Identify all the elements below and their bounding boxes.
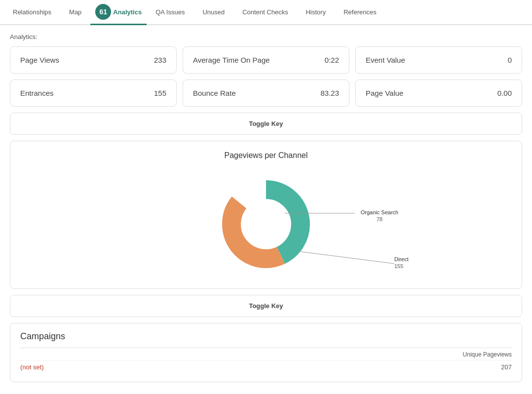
stat-entrances-value: 155 [154,89,166,97]
donut-svg: Organic Search 78 Direct 155 [212,170,320,278]
stat-avg-time-label: Average Time On Page [193,56,270,64]
tab-relationships[interactable]: Relationships [4,2,60,23]
stat-event-value: Event Value 0 [355,46,522,74]
organic-search-label: Organic Search [361,209,398,215]
tab-map[interactable]: Map [60,2,90,23]
campaigns-header: Unique Pageviews [20,348,512,360]
stat-avg-time: Average Time On Page 0:22 [183,46,349,74]
campaigns-header-label: Unique Pageviews [463,351,512,358]
toggle-key-button-2[interactable]: Toggle Key [10,295,522,317]
stat-page-value-label: Page Value [366,89,403,97]
stat-bounce-rate-value: 83.23 [320,89,339,97]
campaigns-row-value: 207 [501,363,512,371]
tab-analytics[interactable]: 61 Analytics [90,0,147,25]
stat-page-value-value: 0.00 [497,89,512,97]
stat-page-views-value: 233 [154,56,166,64]
stat-bounce-rate-label: Bounce Rate [193,89,236,97]
tab-analytics-label: Analytics [113,8,142,16]
direct-value: 155 [394,263,403,269]
direct-label: Direct [394,256,409,262]
analytics-content: Analytics: Page Views 233 Average Time O… [0,25,532,390]
stat-avg-time-value: 0:22 [325,56,339,64]
direct-line [298,251,394,264]
campaigns-row-label: (not set) [20,363,44,371]
tab-qa-issues[interactable]: QA Issues [147,2,193,23]
tab-unused[interactable]: Unused [193,2,233,23]
tab-references[interactable]: References [335,2,385,23]
analytics-section-label: Analytics: [10,33,522,40]
stat-page-views-label: Page Views [20,56,59,64]
campaigns-row: (not set) 207 [20,360,512,374]
stat-page-views: Page Views 233 [10,46,177,74]
analytics-badge: 61 [95,4,111,20]
tab-bar: Relationships Map 61 Analytics QA Issues… [0,0,532,25]
stats-row-1: Page Views 233 Average Time On Page 0:22… [10,46,522,74]
stat-entrances: Entrances 155 [10,79,177,107]
stat-page-value: Page Value 0.00 [355,79,522,107]
campaigns-title: Campaigns [20,331,512,342]
toggle-key-button-1[interactable]: Toggle Key [10,113,522,135]
stat-bounce-rate: Bounce Rate 83.23 [183,79,349,107]
donut-chart: Organic Search 78 Direct 155 [20,170,512,278]
campaigns-section: Campaigns Unique Pageviews (not set) 207 [10,323,522,382]
stat-entrances-label: Entrances [20,89,54,97]
stats-row-2: Entrances 155 Bounce Rate 83.23 Page Val… [10,79,522,107]
organic-search-value: 78 [377,216,382,222]
chart-title: Pageviews per Channel [20,151,512,160]
stat-event-value-value: 0 [508,56,512,64]
stat-event-value-label: Event Value [366,56,405,64]
chart-section: Pageviews per Channel Organic Search 78 … [10,141,522,289]
tab-content-checks[interactable]: Content Checks [233,2,297,23]
tab-history[interactable]: History [297,2,335,23]
